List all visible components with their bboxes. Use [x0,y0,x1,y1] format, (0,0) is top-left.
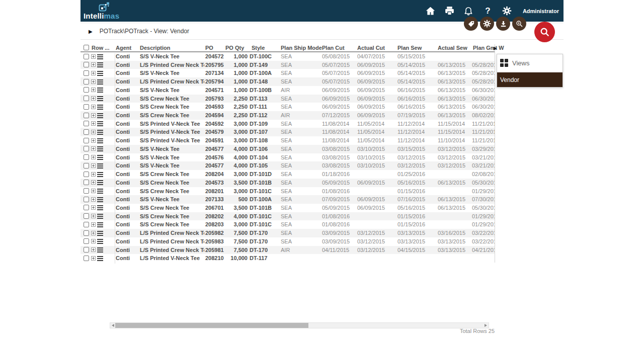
column-header-plan-cut[interactable]: Plan Cut [322,44,345,52]
column-header-po[interactable]: PO [205,44,213,52]
column-header-plan-sew[interactable]: Plan Sew [397,44,422,52]
row-checkbox[interactable] [84,121,89,126]
download-button[interactable] [496,17,510,31]
row-checkbox[interactable] [84,238,89,244]
user-menu[interactable]: Administrator [523,8,559,14]
row-checkbox[interactable] [84,172,89,177]
column-header-actual-sew[interactable]: Actual Sew [438,44,467,52]
row-menu-icon[interactable] [97,96,103,97]
row-menu-icon[interactable] [97,155,103,156]
row-expand-icon[interactable] [91,163,96,168]
tag-button[interactable] [464,17,478,31]
row-menu-icon[interactable] [97,239,103,240]
row-checkbox[interactable] [84,62,89,67]
table-row[interactable]: Conti S/S V-Neck Tee 204576 4,000 DT-104… [80,153,495,162]
row-expand-icon[interactable] [91,231,96,235]
row-menu-icon[interactable] [97,54,103,55]
row-expand-icon[interactable] [91,105,96,109]
table-row[interactable]: Conti S/S Crew Neck Tee 204594 2,250 DT-… [80,111,495,120]
row-menu-icon[interactable] [97,172,103,173]
row-expand-icon[interactable] [91,138,96,143]
row-expand-icon[interactable] [91,71,96,75]
row-expand-icon[interactable] [91,155,96,159]
table-row[interactable]: Conti S/S Crew Neck Tee 208203 3,000 DT-… [80,220,495,229]
zoom-in-button[interactable] [512,17,526,31]
brand-logo[interactable]: Intellimas [84,0,129,22]
breadcrumb-expander-icon[interactable]: ▶ [89,29,93,34]
table-row[interactable]: Conti L/S Printed Crew Neck Tee 205983 7… [80,237,495,246]
row-checkbox[interactable] [84,256,89,261]
views-item[interactable]: Vendor [497,72,562,87]
row-checkbox[interactable] [84,163,89,168]
table-row[interactable]: Conti S/S V-Neck Tee 204571 1,000 DT-100… [80,86,495,95]
column-header-row[interactable]: Row ... [92,44,109,52]
print-icon[interactable] [444,6,455,16]
row-checkbox[interactable] [84,96,89,101]
row-expand-icon[interactable] [91,88,96,92]
table-row[interactable]: Conti L/S Printed Crew Neck Tee 205981 7… [80,246,495,255]
table-row[interactable]: Conti S/S Printed V-Neck Tee 204592 3,00… [80,120,495,128]
help-icon[interactable]: ? [482,6,493,16]
row-expand-icon[interactable] [91,247,96,252]
row-expand-icon[interactable] [91,96,96,101]
settings-button[interactable] [480,17,494,31]
table-row[interactable]: Conti S/S Crew Neck Tee 208204 3,000 DT-… [80,170,495,179]
table-row[interactable]: Conti S/S Printed V-Neck Tee 204591 3,00… [80,136,495,145]
row-checkbox[interactable] [84,113,89,118]
row-menu-icon[interactable] [97,189,103,190]
row-expand-icon[interactable] [91,205,96,210]
row-menu-icon[interactable] [97,138,103,139]
row-checkbox[interactable] [84,230,89,236]
column-header-po-qty[interactable]: PO Qty [225,44,244,52]
row-menu-icon[interactable] [97,130,103,131]
table-row[interactable]: Conti S/S V-Neck Tee 204572 1,000 DT-100… [80,52,495,61]
row-checkbox[interactable] [84,129,89,135]
row-checkbox[interactable] [84,54,89,59]
table-row[interactable]: Conti S/S Crew Neck Tee 204593 2,250 DT-… [80,103,495,111]
row-expand-icon[interactable] [91,239,96,243]
row-menu-icon[interactable] [97,79,103,80]
row-menu-icon[interactable] [97,163,103,164]
row-expand-icon[interactable] [91,197,96,202]
horizontal-scrollbar[interactable] [110,322,489,328]
row-checkbox[interactable] [84,154,89,160]
table-row[interactable]: Conti S/S Crew Neck Tee 208202 4,000 DT-… [80,212,495,221]
table-row[interactable]: Conti S/S Crew Neck Tee 204573 3,500 DT-… [80,179,495,187]
table-row[interactable]: Conti L/S Printed Crew Neck Tee 205794 1… [80,77,495,86]
row-checkbox[interactable] [84,197,89,202]
table-row[interactable]: Conti S/S Printed V-Neck Tee 204579 3,00… [80,128,495,136]
row-menu-icon[interactable] [97,113,103,114]
row-checkbox[interactable] [84,70,89,76]
row-menu-icon[interactable] [97,105,103,106]
row-expand-icon[interactable] [91,146,96,151]
column-header-agent[interactable]: Agent [116,44,131,52]
row-menu-icon[interactable] [97,247,103,248]
select-all-checkbox[interactable] [84,45,89,50]
scrollbar-left-arrow-icon[interactable] [112,324,114,327]
row-menu-icon[interactable] [97,88,103,89]
table-row[interactable]: Conti S/S Crew Neck Tee 206701 3,500 DT-… [80,204,495,212]
column-header-actual-cut[interactable]: Actual Cut [357,44,385,52]
row-expand-icon[interactable] [91,62,96,67]
row-menu-icon[interactable] [97,222,103,223]
table-row[interactable]: Conti L/S Printed V-Neck Tee 208210 10,0… [80,254,495,263]
row-expand-icon[interactable] [91,172,96,177]
row-checkbox[interactable] [84,213,89,219]
row-checkbox[interactable] [84,222,89,227]
scrollbar-right-arrow-icon[interactable] [485,324,487,327]
row-menu-icon[interactable] [97,231,103,232]
row-expand-icon[interactable] [91,214,96,218]
row-menu-icon[interactable] [97,256,103,257]
row-expand-icon[interactable] [91,79,96,84]
table-row[interactable]: Conti L/S Printed Crew Neck Tee 205795 1… [80,61,495,69]
column-header-style[interactable]: Style [252,44,265,52]
table-row[interactable]: Conti S/S V-Neck Tee 204577 4,000 DT-105… [80,161,495,170]
table-row[interactable]: Conti S/S V-Neck Tee 207133 500 DT-100A … [80,195,495,204]
scroll-columns-right-icon[interactable]: ▶ [494,45,497,51]
row-checkbox[interactable] [84,180,89,185]
row-checkbox[interactable] [84,104,89,110]
row-expand-icon[interactable] [91,113,96,118]
row-menu-icon[interactable] [97,146,103,147]
row-menu-icon[interactable] [97,214,103,215]
home-icon[interactable] [425,6,436,16]
